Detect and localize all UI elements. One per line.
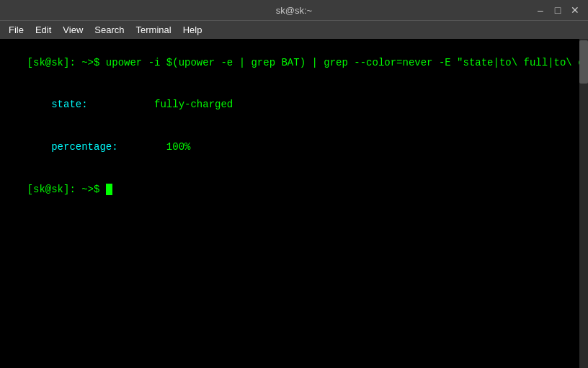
- terminal-line-1: [sk@sk]: ~>$ upower -i $(upower -e | gre…: [3, 42, 585, 84]
- window-controls: – □ ✕: [533, 3, 582, 17]
- scrollbar-thumb[interactable]: [579, 40, 588, 84]
- terminal-line-4: [sk@sk]: ~>$: [3, 169, 585, 211]
- menu-edit[interactable]: Edit: [30, 21, 57, 39]
- scrollbar[interactable]: [579, 39, 588, 368]
- minimize-button[interactable]: –: [533, 3, 548, 17]
- menu-view[interactable]: View: [57, 21, 89, 39]
- window-title: sk@sk:~: [276, 5, 312, 16]
- output-value-percentage: 100%: [118, 141, 191, 153]
- title-bar: sk@sk:~ – □ ✕: [0, 0, 588, 20]
- output-label-percentage: percentage:: [27, 141, 118, 153]
- terminal-area[interactable]: [sk@sk]: ~>$ upower -i $(upower -e | gre…: [0, 39, 588, 368]
- output-value-state: fully-charged: [88, 99, 233, 110]
- prompt-1: [sk@sk]: ~>$: [27, 57, 106, 68]
- maximize-button[interactable]: □: [551, 3, 565, 17]
- terminal-line-2: state: fully-charged: [3, 84, 585, 127]
- terminal-cursor: [106, 184, 112, 195]
- prompt-2: [sk@sk]: ~>$: [27, 184, 106, 195]
- menu-search[interactable]: Search: [89, 21, 130, 39]
- menu-terminal[interactable]: Terminal: [130, 21, 177, 39]
- output-label-state: state:: [27, 99, 88, 110]
- menu-bar: File Edit View Search Terminal Help: [0, 20, 588, 39]
- menu-help[interactable]: Help: [177, 21, 208, 39]
- close-button[interactable]: ✕: [568, 3, 582, 17]
- command-1: upower -i $(upower -e | grep BAT) | grep…: [106, 57, 588, 68]
- terminal-line-3: percentage: 100%: [3, 127, 585, 169]
- menu-file[interactable]: File: [3, 21, 30, 39]
